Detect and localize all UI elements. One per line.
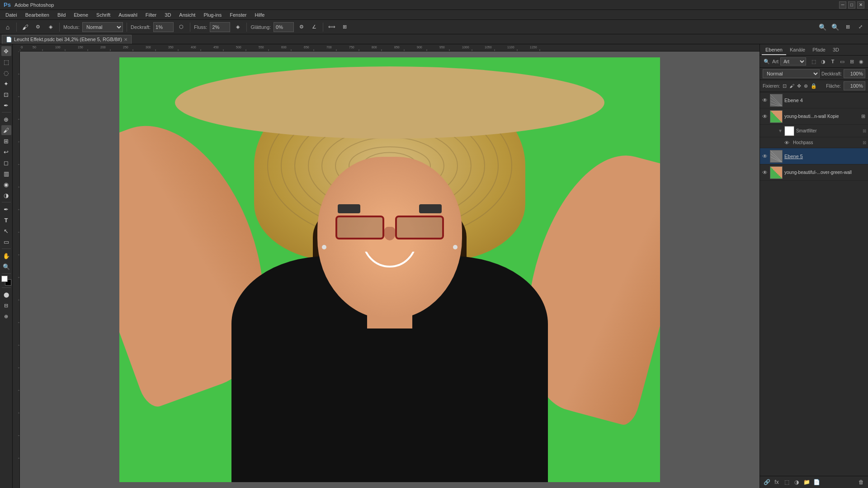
gradient-tool[interactable]: ▥	[1, 169, 11, 178]
tablet-icon[interactable]: ⬡	[176, 22, 186, 32]
lock-position-icon[interactable]: ✥	[797, 83, 801, 89]
eraser-tool[interactable]: ◻	[1, 158, 11, 168]
history-tool[interactable]: ↩	[1, 147, 11, 157]
menu-datei[interactable]: Datei	[2, 11, 21, 19]
lock-artboard-icon[interactable]: ⊕	[804, 83, 808, 89]
new-layer-icon[interactable]: 📄	[812, 478, 821, 486]
link-icon[interactable]: 🔗	[763, 478, 771, 486]
layer-vis-young-kopie[interactable]: 👁	[762, 113, 768, 120]
delete-layer-icon[interactable]: 🗑	[857, 478, 865, 486]
shape-tool[interactable]: ▭	[1, 237, 11, 247]
layer-vis-young-orig[interactable]: 👁	[762, 169, 768, 176]
color-swatches[interactable]	[1, 276, 11, 286]
hand-tool[interactable]: ✋	[1, 251, 11, 261]
settings-brush-icon[interactable]: ⚙	[33, 22, 43, 32]
lock-pixels-icon[interactable]: ⊡	[783, 83, 787, 89]
layer-item-ebene4[interactable]: 👁 Ebene 4	[760, 92, 868, 108]
layer-item-young-kopie[interactable]: 👁 young-beauti...n-wall Kopie ⊞	[760, 108, 868, 125]
tab-kanale[interactable]: Kanäle	[786, 45, 809, 55]
fluss-input[interactable]	[210, 22, 230, 32]
tab-3d[interactable]: 3D	[829, 45, 843, 55]
healing-tool[interactable]: ⊕	[1, 114, 11, 124]
blend-mode-select[interactable]: Normal	[763, 69, 820, 78]
menu-plugins[interactable]: Plug-ins	[200, 11, 225, 19]
shape-filter-icon[interactable]: ▭	[839, 57, 846, 66]
menu-3d[interactable]: 3D	[161, 11, 175, 19]
panel-tabs[interactable]: Ebenen Kanäle Pfade 3D	[760, 44, 868, 56]
layers-list[interactable]: 👁 Ebene 4 👁	[760, 92, 868, 476]
crop-tool[interactable]: ⊡	[1, 89, 11, 99]
lock-paint-icon[interactable]: 🖌	[789, 83, 794, 89]
modus-select[interactable]: Normal	[82, 22, 123, 32]
group-icon[interactable]: 📁	[802, 478, 811, 486]
brush-extra-icon[interactable]: ⊞	[340, 22, 349, 32]
filter-toggle[interactable]: ◉	[858, 57, 865, 66]
clone-tool[interactable]: ⊞	[1, 136, 11, 146]
canvas[interactable]	[119, 57, 660, 482]
artboard-tool[interactable]: ⊕	[1, 311, 11, 321]
type-filter-icon[interactable]: T	[829, 57, 837, 66]
move-tool[interactable]: ✥	[1, 46, 11, 56]
brush-toggle-icon[interactable]: ◈	[46, 22, 56, 32]
screen-mode-tool[interactable]: ⊟	[1, 300, 11, 310]
canvas-wrapper[interactable]	[20, 52, 760, 488]
canvas-area[interactable]: 0 50 100 150 200 250 300 350 400 450	[13, 44, 760, 488]
lock-all-icon[interactable]: 🔒	[811, 83, 817, 89]
filter-select[interactable]: Art	[780, 57, 806, 66]
mask-icon[interactable]: ⬚	[783, 478, 791, 486]
pixel-icon[interactable]: ⬚	[810, 57, 817, 66]
brush-tool[interactable]: 🖌	[1, 125, 11, 135]
search-icon[interactable]: 🔍	[817, 22, 827, 32]
search2-icon[interactable]: 🔍	[830, 22, 840, 32]
layer-vis-ebene4[interactable]: 👁	[762, 97, 768, 103]
deckkraft-value-layers[interactable]	[844, 69, 865, 78]
marquee-tool[interactable]: ⬚	[1, 57, 11, 67]
smart-filter-icon[interactable]: ⊞	[848, 57, 856, 66]
titlebar-controls[interactable]: ─ □ ✕	[839, 1, 864, 9]
tab-pfade[interactable]: Pfade	[809, 45, 829, 55]
flache-input[interactable]	[844, 81, 865, 90]
close-btn[interactable]: ✕	[857, 1, 864, 9]
maximize-btn[interactable]: □	[848, 1, 855, 9]
quick-select-tool[interactable]: ✦	[1, 79, 11, 89]
hochpass-eye[interactable]: 👁	[784, 140, 789, 145]
angle-icon[interactable]: ∠	[309, 22, 319, 32]
symmetry-icon[interactable]: ⟺	[327, 22, 337, 32]
quick-mask-tool[interactable]: ⬤	[1, 290, 11, 300]
eyedropper-tool[interactable]: ✒	[1, 100, 11, 110]
zoom-tool[interactable]: 🔍	[1, 262, 11, 272]
menu-hilfe[interactable]: Hilfe	[251, 11, 268, 19]
brush-icon[interactable]: 🖌	[20, 22, 30, 32]
fx-icon[interactable]: fx	[773, 478, 781, 486]
filter-icon[interactable]: 🔍	[763, 57, 770, 66]
glattung-input[interactable]	[274, 22, 294, 32]
deckkraft-input[interactable]	[153, 22, 174, 32]
expand-icon[interactable]: ⤢	[855, 22, 865, 32]
menu-ansicht[interactable]: Ansicht	[175, 11, 199, 19]
adj-layer-icon[interactable]: ◑	[793, 478, 801, 486]
home-icon[interactable]: ⌂	[3, 22, 13, 32]
file-tab[interactable]: 📄 Leucht Effekt.psdc bei 34,2% (Ebene 5,…	[2, 35, 132, 44]
menu-filter[interactable]: Filter	[142, 11, 160, 19]
menu-bild[interactable]: Bild	[54, 11, 69, 19]
blur-tool[interactable]: ◉	[1, 179, 11, 189]
lasso-tool[interactable]: ◌	[1, 68, 11, 78]
minimize-btn[interactable]: ─	[839, 1, 846, 9]
layer-item-young-orig[interactable]: 👁 young-beautiful-...over-green-wall	[760, 164, 868, 181]
path-select-tool[interactable]: ↖	[1, 226, 11, 236]
dodge-tool[interactable]: ◑	[1, 190, 11, 200]
grid-icon[interactable]: ⊞	[843, 22, 853, 32]
type-tool[interactable]: T	[1, 215, 11, 225]
menu-auswahl[interactable]: Auswahl	[115, 11, 141, 19]
menu-ebene[interactable]: Ebene	[70, 11, 92, 19]
glattung-settings-icon[interactable]: ⚙	[297, 22, 307, 32]
airbrush-icon[interactable]: ◈	[233, 22, 243, 32]
file-tab-close[interactable]: ✕	[124, 37, 127, 42]
background-color[interactable]	[1, 276, 8, 282]
layer-item-ebene5[interactable]: 👁 Ebene 5	[760, 148, 868, 164]
layer-vis-ebene5[interactable]: 👁	[762, 153, 768, 160]
menu-fenster[interactable]: Fenster	[226, 11, 250, 19]
menu-bearbeiten[interactable]: Bearbeiten	[22, 11, 53, 19]
menu-schrift[interactable]: Schrift	[93, 11, 114, 19]
adj-filter-icon[interactable]: ◑	[820, 57, 827, 66]
